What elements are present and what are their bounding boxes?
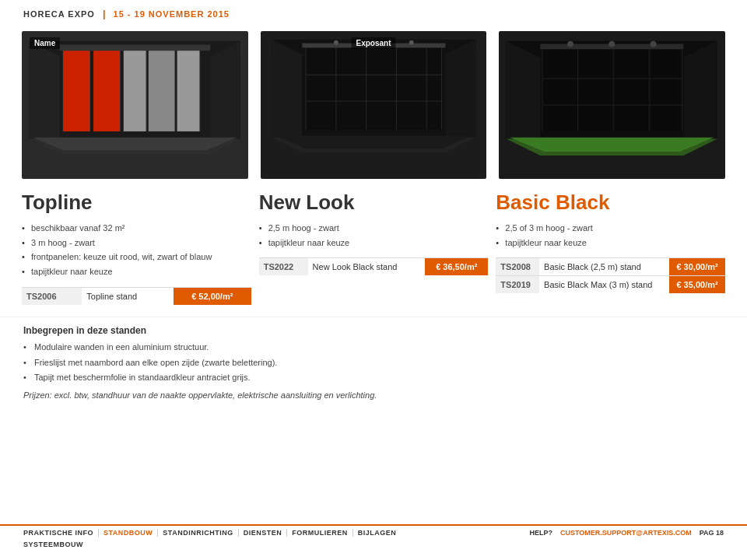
product-code: TS2022 xyxy=(259,258,308,276)
bullet-item: beschikbaar vanaf 32 m² xyxy=(22,221,251,236)
images-row: Name xyxy=(0,31,747,179)
product-name: New Look Black stand xyxy=(308,258,426,276)
info-item: Tapijt met beschermfolie in standaardkle… xyxy=(23,370,724,386)
basicblack-image xyxy=(499,31,725,179)
footer-item-praktisch: PRAKTISCHE INFO xyxy=(23,529,99,537)
info-title: Inbegrepen in deze standen xyxy=(23,325,724,336)
svg-rect-5 xyxy=(63,48,89,131)
svg-marker-33 xyxy=(275,136,472,149)
footer-sub-item: SYSTEEMBOUW xyxy=(23,541,83,548)
topline-title: Topline xyxy=(22,191,251,215)
topline-column: Topline beschikbaar vanaf 32 m² 3 m hoog… xyxy=(22,191,251,305)
footer-page: PAG 18 xyxy=(700,529,724,537)
table-row: TS2008 Basic Black (2,5 m) stand € 30,00… xyxy=(496,258,725,276)
svg-rect-9 xyxy=(177,48,200,131)
page: HORECA EXPO | 15 - 19 NOVEMBER 2015 xyxy=(0,0,747,560)
svg-marker-3 xyxy=(210,41,240,154)
product-name: Basic Black (2,5 m) stand xyxy=(539,258,669,276)
svg-point-34 xyxy=(334,40,338,45)
product-name: Basic Black Max (3 m) stand xyxy=(539,276,669,294)
footer-item-bijlagen: BIJLAGEN xyxy=(353,529,402,537)
basicblack-column: Basic Black 2,5 of 3 m hoog - zwart tapi… xyxy=(496,191,725,305)
content-row: Topline beschikbaar vanaf 32 m² 3 m hoog… xyxy=(0,191,747,305)
table-row: TS2022 New Look Black stand € 36,50/m² xyxy=(259,258,489,276)
table-row: TS2019 Basic Black Max (3 m) stand € 35,… xyxy=(496,276,725,294)
bullet-item: 2,5 of 3 m hoog - zwart xyxy=(496,221,725,236)
svg-point-53 xyxy=(651,41,657,47)
footer-email: CUSTOMER.SUPPORT@ARTEXIS.COM xyxy=(560,529,692,537)
info-section: Inbegrepen in deze standen Modulaire wan… xyxy=(0,317,747,408)
svg-marker-54 xyxy=(510,138,714,152)
topline-bullets: beschikbaar vanaf 32 m² 3 m hoog - zwart… xyxy=(22,221,251,279)
product-price: € 36,50/m² xyxy=(425,258,488,276)
bullet-item: frontpanelen: keuze uit rood, wit, zwart… xyxy=(22,250,251,264)
newlook-products: TS2022 New Look Black stand € 36,50/m² xyxy=(259,257,489,275)
info-item: Modulaire wanden in een aluminium struct… xyxy=(23,340,724,355)
svg-marker-17 xyxy=(33,138,237,150)
topline-products: TS2006 Topline stand € 52,00/m² xyxy=(22,287,251,305)
newlook-title: New Look xyxy=(259,191,489,215)
product-name: Topline stand xyxy=(82,287,174,305)
svg-point-52 xyxy=(609,41,615,47)
newlook-bullets: 2,5 m hoog - zwart tapijtkleur naar keuz… xyxy=(259,221,489,250)
svg-marker-2 xyxy=(30,41,60,154)
basicblack-products: TS2008 Basic Black (2,5 m) stand € 30,00… xyxy=(496,257,725,293)
product-price: € 52,00/m² xyxy=(174,287,251,305)
header: HORECA EXPO | 15 - 19 NOVEMBER 2015 xyxy=(0,0,747,27)
basicblack-title-part1: Basic xyxy=(496,191,549,214)
svg-point-51 xyxy=(568,41,574,47)
footer: PRAKTISCHE INFO STANDBOUW STANDINRICHTIN… xyxy=(0,524,747,560)
svg-rect-23 xyxy=(306,47,441,130)
footer-item-standinrichting: STANDINRICHTING xyxy=(158,529,238,537)
product-code: TS2008 xyxy=(496,258,539,276)
basicblack-title: Basic Black xyxy=(496,191,725,215)
topline-image-label: Name xyxy=(30,37,60,49)
svg-rect-8 xyxy=(149,48,175,131)
table-row: TS2006 Topline stand € 52,00/m² xyxy=(22,287,251,305)
svg-rect-6 xyxy=(93,48,120,131)
header-title: HORECA EXPO xyxy=(23,9,95,19)
footer-nav: PRAKTISCHE INFO STANDBOUW STANDINRICHTIN… xyxy=(23,529,401,537)
svg-rect-7 xyxy=(124,48,146,131)
bullet-item: 2,5 m hoog - zwart xyxy=(259,221,489,236)
newlook-image: Exposant xyxy=(261,31,487,179)
info-list: Modulaire wanden in een aluminium struct… xyxy=(23,340,724,386)
svg-marker-21 xyxy=(445,40,475,152)
basicblack-title-part2: Black xyxy=(556,191,609,214)
product-code: TS2019 xyxy=(496,276,539,294)
header-divider: | xyxy=(103,8,106,19)
footer-item-formulieren: FORMULIEREN xyxy=(287,529,353,537)
info-item: Frieslijst met naambord aan elke open zi… xyxy=(23,355,724,371)
basicblack-bullets: 2,5 of 3 m hoog - zwart tapijtkleur naar… xyxy=(496,221,725,250)
bullet-item: tapijtkleur naar keuze xyxy=(259,236,489,250)
bullet-item: tapijtkleur naar keuze xyxy=(496,236,725,250)
bullet-item: tapijtkleur naar keuze xyxy=(22,264,251,279)
footer-right: HELP? CUSTOMER.SUPPORT@ARTEXIS.COM PAG 1… xyxy=(530,529,724,537)
newlook-column: New Look 2,5 m hoog - zwart tapijtkleur … xyxy=(259,191,489,305)
newlook-image-label: Exposant xyxy=(351,37,395,49)
footer-item-diensten: DIENSTEN xyxy=(239,529,288,537)
svg-rect-42 xyxy=(543,47,682,131)
svg-rect-16 xyxy=(59,44,210,51)
info-note: Prijzen: excl. btw, standhuur van de naa… xyxy=(23,390,724,400)
bullet-item: 3 m hoog - zwart xyxy=(22,236,251,250)
product-code: TS2006 xyxy=(22,287,82,305)
svg-marker-20 xyxy=(272,40,302,152)
product-price: € 30,00/m² xyxy=(669,258,725,276)
footer-help-label: HELP? xyxy=(530,529,553,537)
footer-item-standbouw: STANDBOUW xyxy=(99,529,158,537)
header-date: 15 - 19 NOVEMBER 2015 xyxy=(114,9,230,19)
svg-point-36 xyxy=(409,40,414,45)
product-price: € 35,00/m² xyxy=(669,276,725,294)
topline-image: Name xyxy=(22,31,248,179)
